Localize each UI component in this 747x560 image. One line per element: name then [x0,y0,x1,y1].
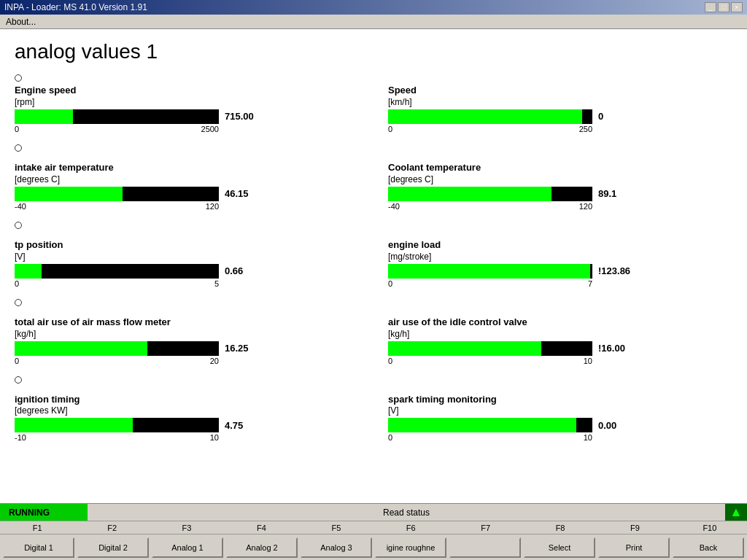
gauge-bar-row-total-air-mass: 16.25 [15,341,359,356]
fn-button-1[interactable]: Digital 2 [77,537,149,558]
radio-circle-left-1[interactable] [15,222,22,229]
gauge-min-intake-air-temp: -40 [15,202,26,211]
gauge-bar-container-total-air-mass [15,341,219,356]
gauge-value-ignition-timing: 4.75 [225,420,268,431]
gauge-label-coolant-temp: Coolant temperature [388,162,732,174]
gauge-max-coolant-temp: 120 [579,202,592,211]
gauge-bar-container-coolant-temp [388,187,592,201]
gauge-max-tp-position: 5 [214,279,219,288]
minimize-button[interactable]: _ [705,2,716,12]
gauge-min-ignition-timing: -10 [15,433,26,442]
gauge-bar-fill-idle-control [388,341,541,356]
fn-button-3[interactable]: Analog 2 [226,537,298,558]
fn-button-5[interactable]: igine roughne [375,537,446,558]
gauge-min-total-air-mass: 0 [15,357,19,365]
gauge-range-speed: 0 250 [388,125,592,133]
close-button[interactable]: × [731,2,743,12]
fn-button-6[interactable] [449,537,521,558]
gauge-sublabel-speed: [km/h] [388,97,732,107]
gauge-total-air-mass: total air use of air mass flow meter [kg… [15,316,359,365]
title-bar-text: INPA - Loader: MS 41.0 Version 1.91 [4,2,147,12]
fn-button-9[interactable]: Back [673,537,744,558]
fkey-f10: F10 [673,524,747,532]
gauge-label-speed: Speed [388,85,732,97]
gauge-tp-position: tp position [V] 0.66 0 5 [15,239,359,288]
fkey-f1: F1 [0,524,74,532]
radio-circle-left-2[interactable] [15,299,22,306]
gauge-range-ignition-timing: -10 10 [15,433,219,442]
gauge-value-intake-air-temp: 46.15 [225,188,268,199]
gauge-sublabel-coolant-temp: [degrees C] [388,174,732,184]
gauge-label-ignition-timing: ignition timing [15,394,359,406]
gauge-sublabel-ignition-timing: [degrees KW] [15,405,359,416]
fkey-f4: F4 [224,524,298,532]
fkey-f8: F8 [523,524,597,532]
radio-circle-left-0[interactable] [15,144,22,152]
gauge-value-total-air-mass: 16.25 [225,343,268,354]
section-divider-left-1 [15,222,359,229]
gauge-label-total-air-mass: total air use of air mass flow meter [15,316,359,329]
gauge-bar-row-spark-timing: 0.00 [388,418,732,432]
fkey-f9: F9 [597,524,672,532]
gauge-min-engine-load: 0 [388,279,392,288]
about-menu-item[interactable]: About... [3,16,39,28]
gauge-range-intake-air-temp: -40 120 [15,202,219,211]
fn-button-4[interactable]: Analog 3 [301,537,372,558]
radio-circle-top[interactable] [15,74,22,82]
gauge-value-spark-timing: 0.00 [598,420,642,431]
gauge-bar-row-idle-control: !16.00 [388,341,732,356]
gauge-label-engine-load: engine load [388,239,732,252]
gauge-bar-fill-ignition-timing [15,418,133,432]
gauge-ignition-timing: ignition timing [degrees KW] 4.75 -10 10 [15,394,359,443]
title-bar: INPA - Loader: MS 41.0 Version 1.91 _ □ … [0,0,747,15]
section-divider-right-1 [388,222,732,232]
gauge-value-coolant-temp: 89.1 [598,188,642,199]
gauge-range-engine-speed: 0 2500 [15,125,219,133]
up-arrow-icon[interactable]: ▲ [725,504,747,521]
gauge-min-engine-speed: 0 [15,125,19,133]
gauge-bar-container-speed [388,109,592,124]
gauge-intake-air-temp: intake air temperature [degrees C] 46.15… [15,162,359,211]
gauge-bar-container-ignition-timing [15,418,219,432]
section-divider-left-3 [15,376,359,384]
gauge-sublabel-idle-control: [kg/h] [388,329,732,339]
gauge-bar-fill-engine-load [388,264,590,279]
gauge-bar-container-intake-air-temp [15,187,219,201]
menu-bar: About... [0,15,747,29]
gauge-bar-container-spark-timing [388,418,592,432]
gauge-bar-row-coolant-temp: 89.1 [388,187,732,201]
gauge-bar-container-engine-load [388,264,592,279]
gauge-value-tp-position: 0.66 [225,265,268,276]
gauge-bar-fill-spark-timing [388,418,576,432]
title-bar-buttons: _ □ × [705,2,743,12]
page-title: analog values 1 [15,40,732,63]
gauge-min-idle-control: 0 [388,357,392,365]
gauge-coolant-temp: Coolant temperature [degrees C] 89.1 -40… [388,162,732,211]
gauge-engine-speed: Engine speed [rpm] 715.00 0 2500 [15,85,359,133]
fn-button-2[interactable]: Analog 1 [152,537,223,558]
gauge-bar-fill-coolant-temp [388,187,551,201]
gauge-bar-row-ignition-timing: 4.75 [15,418,359,432]
section-divider-right-2 [388,299,732,309]
gauge-bar-fill-total-air-mass [15,341,147,356]
maximize-button[interactable]: □ [718,2,729,12]
fn-button-8[interactable]: Print [598,537,670,558]
gauge-min-coolant-temp: -40 [388,202,400,211]
gauge-range-tp-position: 0 5 [15,279,219,288]
fn-button-7[interactable]: Select [524,537,595,558]
fkey-f2: F2 [74,524,149,532]
gauge-max-total-air-mass: 20 [210,357,219,365]
gauge-max-speed: 250 [579,125,592,133]
section-divider-left-0 [15,144,359,152]
gauge-label-intake-air-temp: intake air temperature [15,162,359,174]
fn-button-0[interactable]: Digital 1 [3,537,74,558]
gauge-min-spark-timing: 0 [388,433,392,442]
button-row: Digital 1Digital 2Analog 1Analog 2Analog… [0,534,747,560]
gauge-bar-fill-tp-position [15,264,42,279]
status-bar: RUNNING Read status ▲ [0,503,747,521]
radio-circle-left-3[interactable] [15,376,22,384]
gauge-max-engine-load: 7 [588,279,592,288]
read-status-text: Read status [88,508,725,518]
gauge-engine-load: engine load [mg/stroke] !123.86 0 7 [388,239,732,288]
gauge-bar-fill-speed [388,109,582,124]
